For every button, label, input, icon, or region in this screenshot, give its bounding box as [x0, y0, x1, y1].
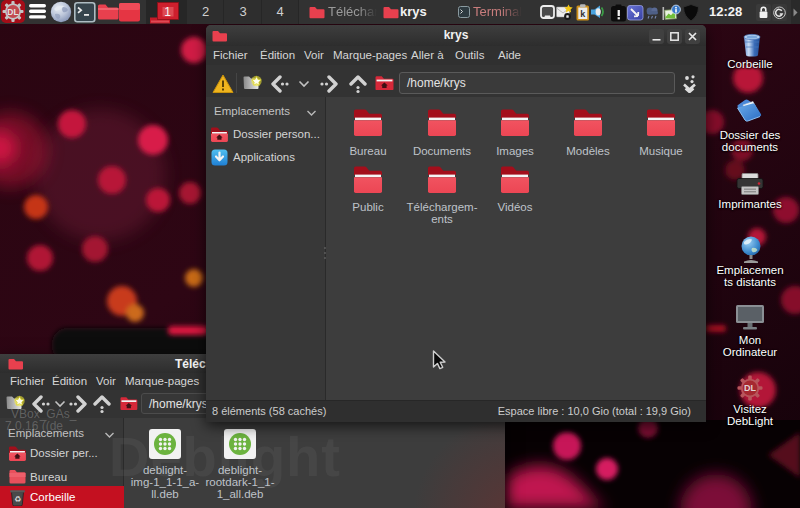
svg-text:♻: ♻ — [14, 495, 21, 504]
svg-text:1: 1 — [164, 5, 171, 19]
svg-text:DL: DL — [7, 7, 18, 17]
svg-text:DL: DL — [744, 383, 756, 393]
